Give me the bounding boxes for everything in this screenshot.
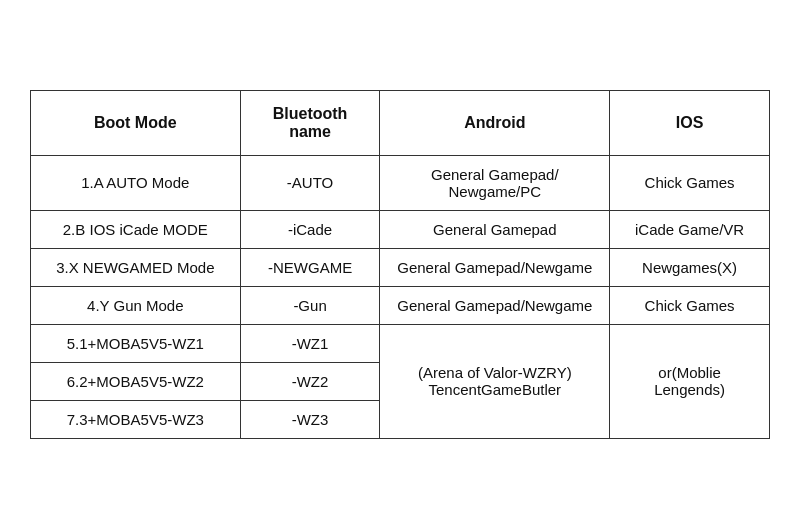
ios-wz: or(Moblie Lengends) xyxy=(610,324,770,438)
header-row: Boot Mode Bluetooth name Android IOS xyxy=(31,90,770,155)
boot-mode-3: 3.X NEWGAMED Mode xyxy=(31,248,241,286)
boot-mode-1: 1.A AUTO Mode xyxy=(31,155,241,210)
android-wz: (Arena of Valor-WZRY)TencentGameButler xyxy=(380,324,610,438)
boot-mode-5: 5.1+MOBA5V5-WZ1 xyxy=(31,324,241,362)
header-ios: IOS xyxy=(610,90,770,155)
table-container: Boot Mode Bluetooth name Android IOS 1.A… xyxy=(30,90,770,439)
header-bluetooth-name: Bluetooth name xyxy=(240,90,380,155)
header-boot-mode: Boot Mode xyxy=(31,90,241,155)
boot-mode-4: 4.Y Gun Mode xyxy=(31,286,241,324)
bt-name-7: -WZ3 xyxy=(240,400,380,438)
boot-mode-7: 7.3+MOBA5V5-WZ3 xyxy=(31,400,241,438)
table-row: 3.X NEWGAMED Mode -NEWGAME General Gamep… xyxy=(31,248,770,286)
ios-1: Chick Games xyxy=(610,155,770,210)
boot-mode-6: 6.2+MOBA5V5-WZ2 xyxy=(31,362,241,400)
ios-4: Chick Games xyxy=(610,286,770,324)
ios-3: Newgames(X) xyxy=(610,248,770,286)
android-1: General Gamepad/Newgame/PC xyxy=(380,155,610,210)
bt-name-5: -WZ1 xyxy=(240,324,380,362)
ios-2: iCade Game/VR xyxy=(610,210,770,248)
bt-name-4: -Gun xyxy=(240,286,380,324)
header-android: Android xyxy=(380,90,610,155)
bt-name-3: -NEWGAME xyxy=(240,248,380,286)
bt-name-6: -WZ2 xyxy=(240,362,380,400)
android-2: General Gamepad xyxy=(380,210,610,248)
table-row: 5.1+MOBA5V5-WZ1 -WZ1 (Arena of Valor-WZR… xyxy=(31,324,770,362)
boot-mode-table: Boot Mode Bluetooth name Android IOS 1.A… xyxy=(30,90,770,439)
bt-name-1: -AUTO xyxy=(240,155,380,210)
boot-mode-2: 2.B IOS iCade MODE xyxy=(31,210,241,248)
table-row: 2.B IOS iCade MODE -iCade General Gamepa… xyxy=(31,210,770,248)
bt-name-2: -iCade xyxy=(240,210,380,248)
table-row: 1.A AUTO Mode -AUTO General Gamepad/Newg… xyxy=(31,155,770,210)
table-row: 4.Y Gun Mode -Gun General Gamepad/Newgam… xyxy=(31,286,770,324)
android-3: General Gamepad/Newgame xyxy=(380,248,610,286)
android-4: General Gamepad/Newgame xyxy=(380,286,610,324)
